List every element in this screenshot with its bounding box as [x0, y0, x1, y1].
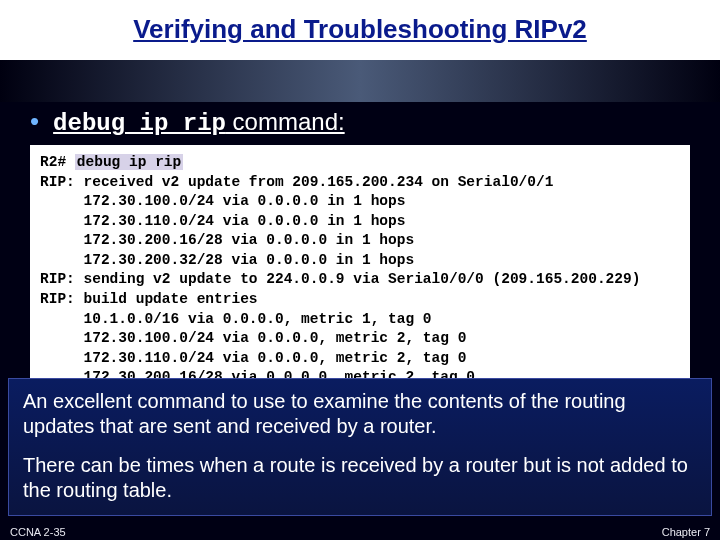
terminal-line: RIP: build update entries	[40, 291, 258, 307]
slide-footer: CCNA 2-35 Chapter 7	[0, 526, 720, 538]
terminal-line: 172.30.200.16/28 via 0.0.0.0 in 1 hops	[40, 232, 414, 248]
footer-right: Chapter 7	[662, 526, 710, 538]
footer-left: CCNA 2-35	[10, 526, 66, 538]
info-paragraph-2: There can be times when a route is recei…	[23, 453, 697, 503]
terminal-line: 172.30.110.0/24 via 0.0.0.0 in 1 hops	[40, 213, 405, 229]
terminal-line: 10.1.0.0/16 via 0.0.0.0, metric 1, tag 0	[40, 311, 432, 327]
terminal-line: 172.30.100.0/24 via 0.0.0.0 in 1 hops	[40, 193, 405, 209]
slide-title: Verifying and Troubleshooting RIPv2	[0, 0, 720, 60]
bullet-command: debug ip rip	[53, 110, 226, 137]
terminal-prompt-cmd: debug ip rip	[75, 154, 183, 170]
terminal-prompt-host: R2#	[40, 154, 66, 170]
bullet-item: • debug ip rip command:	[0, 102, 720, 145]
header-gradient	[0, 60, 720, 102]
bullet-text: debug ip rip command:	[53, 108, 345, 137]
terminal-line: 172.30.110.0/24 via 0.0.0.0, metric 2, t…	[40, 350, 466, 366]
info-paragraph-1: An excellent command to use to examine t…	[23, 389, 697, 439]
bullet-suffix: command:	[226, 108, 345, 135]
terminal-output: R2# debug ip rip RIP: received v2 update…	[30, 145, 690, 396]
slide: Verifying and Troubleshooting RIPv2 • de…	[0, 0, 720, 540]
bullet-icon: •	[30, 108, 39, 134]
info-box: An excellent command to use to examine t…	[8, 378, 712, 516]
terminal-line: RIP: received v2 update from 209.165.200…	[40, 174, 553, 190]
terminal-line: RIP: sending v2 update to 224.0.0.9 via …	[40, 271, 640, 287]
terminal-line: 172.30.100.0/24 via 0.0.0.0, metric 2, t…	[40, 330, 466, 346]
terminal-line: 172.30.200.32/28 via 0.0.0.0 in 1 hops	[40, 252, 414, 268]
